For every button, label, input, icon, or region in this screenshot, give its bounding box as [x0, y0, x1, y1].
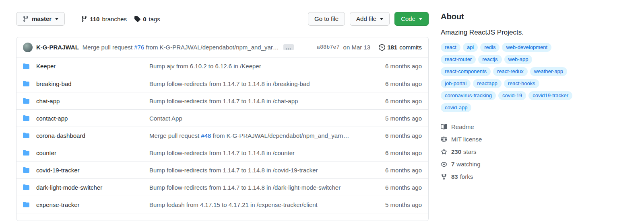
- commit-message-cell[interactable]: Contact App: [149, 115, 369, 122]
- code-button[interactable]: Code: [394, 12, 429, 26]
- file-link[interactable]: Keeper: [36, 63, 56, 70]
- commit-message-cell[interactable]: Bump follow-redirects from 1.14.7 to 1.1…: [149, 80, 369, 87]
- commit-age-link[interactable]: 6 months ago: [369, 63, 422, 70]
- folder-icon: [23, 63, 29, 70]
- stars-link[interactable]: 230stars: [441, 148, 578, 155]
- file-link[interactable]: breaking-bad: [36, 80, 72, 87]
- sidebar-divider: [441, 191, 578, 191]
- file-row: chat-app Bump follow-redirects from 1.14…: [17, 92, 428, 109]
- topic-react[interactable]: react: [441, 43, 460, 52]
- commit-message-cell[interactable]: Bump follow-redirects from 1.14.7 to 1.1…: [149, 98, 369, 104]
- topic-coronavirus-tracking[interactable]: coronavirus-tracking: [441, 91, 496, 100]
- eye-icon: [441, 161, 447, 168]
- file-row-partial: [17, 213, 428, 221]
- file-link[interactable]: chat-app: [36, 98, 60, 104]
- forks-link[interactable]: 83forks: [441, 173, 578, 180]
- branches-link[interactable]: 110 branches: [81, 16, 127, 23]
- commit-message-text: Bump follow-redirects from 1.14.7 to 1.1…: [149, 98, 298, 104]
- topic-react-components[interactable]: react-components: [441, 67, 491, 76]
- file-name-cell: expense-tracker: [23, 201, 149, 208]
- file-link[interactable]: counter: [36, 149, 56, 156]
- commit-age-link[interactable]: 6 months ago: [369, 132, 422, 139]
- topic-job-portal[interactable]: job-portal: [441, 79, 471, 88]
- topic-react-hooks[interactable]: react-hooks: [504, 79, 539, 88]
- toolbar-actions: Go to file Add file Code: [308, 12, 429, 26]
- topic-weather-app[interactable]: weather-app: [530, 67, 567, 76]
- commit-message-text: Bump ajv from 6.10.2 to 6.12.6 in /Keepe…: [149, 63, 261, 70]
- folder-icon: [23, 149, 29, 156]
- commit-age-link[interactable]: 6 months ago: [369, 80, 422, 87]
- pr-link[interactable]: #76: [134, 44, 144, 51]
- readme-link[interactable]: Readme: [441, 123, 578, 130]
- file-link[interactable]: expense-tracker: [36, 201, 80, 208]
- go-to-file-button[interactable]: Go to file: [308, 12, 345, 26]
- topic-covid-app[interactable]: covid-app: [441, 103, 471, 112]
- watching-count: 7: [451, 161, 454, 168]
- license-link[interactable]: MIT license: [441, 136, 578, 143]
- file-row: corona-dashboard Merge pull request #48 …: [17, 127, 428, 144]
- pr-link[interactable]: #48: [201, 132, 211, 139]
- commit-age-link[interactable]: 6 months ago: [369, 167, 422, 174]
- topic-covid19-tracker[interactable]: covid19-tracker: [528, 91, 572, 100]
- stars-count: 230: [451, 148, 461, 155]
- commit-message-cell[interactable]: Bump follow-redirects from 1.14.7 to 1.1…: [149, 167, 369, 174]
- license-label: MIT license: [451, 136, 482, 143]
- file-row: Keeper Bump ajv from 6.10.2 to 6.12.6 in…: [17, 57, 428, 75]
- commit-date: on Mar 13: [343, 44, 371, 51]
- chevron-down-icon: [380, 18, 383, 20]
- file-row: counter Bump follow-redirects from 1.14.…: [17, 144, 428, 161]
- topic-redis[interactable]: redis: [480, 43, 500, 52]
- file-link[interactable]: contact-app: [36, 115, 68, 122]
- commit-message-text: Bump follow-redirects from 1.14.7 to 1.1…: [149, 167, 318, 174]
- topic-covid-19[interactable]: covid-19: [498, 91, 526, 100]
- commit-message-cell[interactable]: Bump follow-redirects from 1.14.7 to 1.1…: [149, 184, 369, 191]
- commit-history-link[interactable]: 181 commits: [379, 44, 422, 51]
- commit-age-link[interactable]: 6 months ago: [369, 98, 422, 104]
- law-icon: [441, 136, 447, 143]
- topic-react-router[interactable]: react-router: [441, 55, 476, 64]
- topic-web-development[interactable]: web-development: [502, 43, 551, 52]
- commit-message[interactable]: Merge pull request #76 from K-G-PRAJWAL/…: [83, 44, 279, 51]
- topic-web-app[interactable]: web-app: [504, 55, 533, 64]
- file-name-cell: corona-dashboard: [23, 132, 149, 139]
- commit-message-cell[interactable]: Bump follow-redirects from 1.14.7 to 1.1…: [149, 149, 369, 156]
- folder-icon: [23, 184, 29, 190]
- branch-selector-button[interactable]: master: [16, 12, 65, 26]
- file-row: breaking-bad Bump follow-redirects from …: [17, 75, 428, 92]
- commit-author-link[interactable]: K-G-PRAJWAL: [36, 44, 79, 51]
- file-link[interactable]: covid-19-tracker: [36, 167, 80, 174]
- commit-message-cell[interactable]: Merge pull request #48 from K-G-PRAJWAL/…: [149, 132, 369, 139]
- avatar[interactable]: [23, 43, 33, 52]
- commit-message-cell[interactable]: Bump lodash from 4.17.15 to 4.17.21 in /…: [149, 201, 369, 208]
- commit-message-expander-button[interactable]: …: [283, 44, 294, 50]
- commit-age-link[interactable]: 5 months ago: [369, 201, 422, 208]
- commit-age-link[interactable]: 5 months ago: [369, 115, 422, 122]
- folder-icon: [23, 201, 29, 208]
- commit-message-text: Bump follow-redirects from 1.14.7 to 1.1…: [149, 149, 295, 156]
- folder-icon: [23, 132, 29, 139]
- tags-count: 0: [143, 16, 146, 23]
- topics-list: reactapiredisweb-developmentreact-router…: [441, 43, 578, 112]
- commit-message-text: from K-G-PRAJWAL/dependabot/npm_and_yar…: [144, 44, 279, 51]
- fork-icon: [441, 174, 447, 180]
- file-name-cell: dark-light-mode-switcher: [23, 184, 149, 191]
- git-branch-icon: [81, 16, 87, 22]
- file-link[interactable]: corona-dashboard: [36, 132, 85, 139]
- commit-hash-link[interactable]: a88b7e7: [317, 44, 340, 50]
- commit-message-cell[interactable]: Bump ajv from 6.10.2 to 6.12.6 in /Keepe…: [149, 63, 369, 70]
- topic-reactapp[interactable]: reactapp: [473, 79, 502, 88]
- file-name-cell: counter: [23, 149, 149, 156]
- file-table-container: K-G-PRAJWAL Merge pull request #76 from …: [16, 37, 429, 221]
- chevron-down-icon: [55, 18, 58, 20]
- watching-link[interactable]: 7watching: [441, 161, 578, 168]
- commit-age-link[interactable]: 6 months ago: [369, 184, 422, 191]
- add-file-button[interactable]: Add file: [350, 12, 390, 26]
- topic-api[interactable]: api: [463, 43, 478, 52]
- file-link[interactable]: dark-light-mode-switcher: [36, 184, 102, 191]
- commit-message-text: Merge pull request: [83, 44, 134, 51]
- add-file-label: Add file: [356, 15, 376, 23]
- tags-link[interactable]: 0 tags: [134, 16, 160, 23]
- topic-react-redux[interactable]: react-redux: [493, 67, 528, 76]
- commit-age-link[interactable]: 6 months ago: [369, 149, 422, 156]
- topic-reactjs[interactable]: reactjs: [478, 55, 502, 64]
